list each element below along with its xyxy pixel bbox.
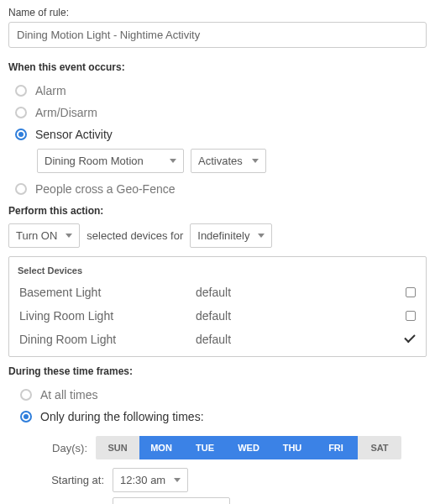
time-section-title: During these time frames: [8,365,427,377]
name-label: Name of rule: [8,7,427,18]
device-row[interactable]: Basement Lightdefault [18,281,417,304]
event-section-title: When this event occurs: [8,61,427,73]
start-label: Starting at: [29,474,104,486]
select-value: Activates [198,155,243,167]
radio-label: Only during the following times: [40,410,204,423]
event-option-sensor[interactable]: Sensor Activity [8,123,427,145]
radio-icon [15,107,27,118]
radio-label: Alarm [35,84,66,97]
radio-icon [20,389,32,401]
select-value: Dining Room Motion [45,155,144,167]
day-toggle[interactable]: WED [227,436,270,459]
action-mid-text: selected devices for [86,229,183,242]
select-value: Turn ON [16,229,57,242]
end-time-select[interactable]: 6:30 am [113,497,230,504]
day-toggle[interactable]: SAT [358,436,401,459]
day-toggle[interactable]: TUE [183,436,227,459]
radio-label: People cross a Geo-Fence [35,182,176,196]
device-row[interactable]: Dining Room Lightdefault [18,328,417,351]
event-option-alarm[interactable]: Alarm [8,80,427,102]
event-option-geo[interactable]: People cross a Geo-Fence [8,178,427,200]
checkbox-icon[interactable] [406,287,416,297]
device-value: default [196,286,406,299]
day-toggle[interactable]: FRI [314,436,358,459]
device-name: Dining Room Light [19,333,196,346]
chevron-down-icon [170,159,176,163]
radio-label: Arm/Disarm [35,106,97,119]
time-option-all[interactable]: At all times [8,384,427,406]
days-label: Day(s): [45,442,87,454]
radio-label: Sensor Activity [35,128,113,141]
radio-icon [15,183,27,195]
action-section-title: Perform this action: [8,205,427,217]
select-value: Indefinitely [197,229,249,242]
device-value: default [196,309,406,323]
days-selector: SUNMONTUEWEDTHUFRISAT [96,436,401,459]
chevron-down-icon [252,159,259,163]
day-toggle[interactable]: SUN [96,436,139,459]
devices-title: Select Devices [14,265,86,276]
event-option-arm[interactable]: Arm/Disarm [8,102,427,123]
sensor-action-select[interactable]: Activates [191,149,266,173]
device-name: Basement Light [19,286,196,299]
chevron-down-icon [66,234,72,238]
time-option-only[interactable]: Only during the following times: [8,406,427,428]
device-name: Living Room Light [19,309,196,323]
action-duration-select[interactable]: Indefinitely [190,223,272,248]
radio-icon [15,129,27,140]
checkbox-icon[interactable] [406,311,416,321]
day-toggle[interactable]: MON [139,436,183,459]
device-row[interactable]: Living Room Lightdefault [18,304,417,328]
radio-icon [15,85,27,97]
day-toggle[interactable]: THU [270,436,314,459]
device-value: default [196,333,404,346]
radio-label: At all times [40,388,97,402]
chevron-down-icon [174,478,181,482]
check-icon[interactable] [404,333,416,345]
sensor-device-select[interactable]: Dining Room Motion [37,149,184,173]
devices-fieldset: Select Devices Basement LightdefaultLivi… [8,256,427,357]
action-type-select[interactable]: Turn ON [8,223,80,248]
radio-icon [20,411,32,423]
chevron-down-icon [258,234,265,238]
start-time-select[interactable]: 12:30 am [113,468,188,492]
rule-name-input[interactable] [8,22,427,48]
select-value: 12:30 am [120,474,165,486]
